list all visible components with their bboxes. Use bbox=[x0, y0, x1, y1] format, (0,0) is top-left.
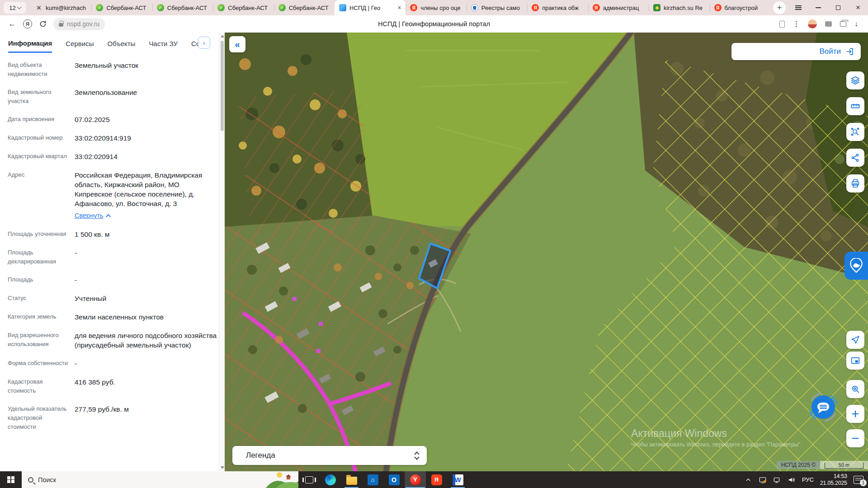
restore-icon bbox=[836, 5, 840, 10]
clock[interactable]: 14:53 21.05.2025 bbox=[820, 473, 847, 487]
start-button[interactable] bbox=[0, 471, 22, 488]
volume-icon[interactable] bbox=[788, 476, 796, 484]
browser-menu-button[interactable] bbox=[788, 0, 808, 15]
url-text: nspd.gov.ru bbox=[67, 20, 99, 28]
zoom-in-button[interactable] bbox=[846, 405, 864, 423]
browser-tab[interactable]: Сбербанк-АСТ bbox=[152, 0, 213, 15]
minus-icon bbox=[850, 433, 860, 443]
browser-tab[interactable]: kumi@kirzhach bbox=[31, 0, 91, 15]
field-row: АдресРоссийская Федерация, Владимирская … bbox=[8, 170, 217, 221]
browser-tab[interactable]: Сбербанк-АСТ bbox=[91, 0, 152, 15]
legend-expand-icon[interactable] bbox=[415, 452, 419, 459]
browser-tab[interactable]: Сбербанк-АСТ bbox=[274, 0, 335, 15]
browser-tab[interactable]: администрац bbox=[588, 0, 649, 15]
outlook-icon bbox=[389, 474, 400, 485]
store-taskbar-button[interactable] bbox=[362, 471, 383, 488]
new-tab-button[interactable]: + bbox=[773, 1, 786, 14]
field-label: Кадастровая стоимость bbox=[8, 377, 75, 395]
word-taskbar-button[interactable] bbox=[447, 471, 468, 488]
kebab-menu-icon[interactable]: ⋮ bbox=[793, 20, 800, 28]
print-button[interactable] bbox=[846, 174, 864, 192]
close-window-button[interactable]: × bbox=[848, 0, 868, 15]
yandex-browser-taskbar-button[interactable] bbox=[405, 471, 426, 488]
field-row: Площадь уточненная1 500 кв. м bbox=[8, 230, 217, 239]
field-row: Площадь декларированная- bbox=[8, 248, 217, 266]
tray-chevron-up-icon[interactable] bbox=[744, 476, 752, 484]
tab-label: kirzhach.su Re bbox=[664, 5, 705, 11]
coordinate-search-button[interactable] bbox=[846, 380, 864, 398]
screen-cast-icon[interactable] bbox=[759, 476, 767, 484]
object-search-button[interactable] bbox=[846, 123, 864, 141]
downloads-icon[interactable]: ↓ bbox=[854, 20, 858, 28]
locate-button[interactable] bbox=[846, 331, 864, 349]
field-value: Земли населенных пунктов bbox=[75, 312, 217, 322]
panel-scrollbar[interactable] bbox=[219, 33, 225, 471]
scale-bar: 50 m bbox=[825, 463, 863, 469]
bookmark-icon[interactable] bbox=[779, 21, 785, 28]
tabs-scroll-right-button[interactable]: › bbox=[198, 37, 210, 49]
notification-center-button[interactable]: 1 bbox=[854, 476, 863, 484]
browser-tab[interactable]: Реестры само bbox=[467, 0, 527, 15]
outlook-taskbar-button[interactable] bbox=[383, 471, 405, 488]
extension-icon[interactable] bbox=[825, 21, 832, 27]
address-bar[interactable]: nspd.gov.ru bbox=[53, 18, 105, 30]
tab-services[interactable]: Сервисы bbox=[66, 34, 94, 52]
tab-close-icon[interactable]: × bbox=[397, 5, 401, 11]
search-highlight-image[interactable] bbox=[266, 471, 298, 488]
tab-counter[interactable]: 12 bbox=[4, 2, 26, 14]
field-label: Вид земельного участка bbox=[8, 88, 75, 106]
zoom-out-button[interactable] bbox=[846, 429, 864, 447]
task-view-button[interactable] bbox=[298, 471, 320, 488]
field-list: Вид объекта недвижимостиЗемельный участо… bbox=[0, 53, 225, 466]
restore-button[interactable] bbox=[828, 0, 848, 15]
yandex-home-button[interactable]: Я bbox=[20, 19, 35, 28]
edge-taskbar-button[interactable] bbox=[320, 471, 341, 488]
chat-widget-button[interactable] bbox=[807, 391, 839, 423]
browser-tab[interactable]: Сбербанк-АСТ bbox=[213, 0, 274, 15]
tab-groups-icon[interactable] bbox=[840, 21, 846, 27]
coordinate-search-icon bbox=[850, 384, 860, 394]
yandex-taskbar-button[interactable] bbox=[426, 471, 447, 488]
browser-tab[interactable]: kirzhach.su Re bbox=[649, 0, 709, 15]
field-label: Площадь уточненная bbox=[8, 230, 75, 239]
collapse-panel-button[interactable]: « bbox=[229, 36, 245, 52]
browser-tab[interactable]: НСПД | Гео× bbox=[335, 0, 406, 15]
login-bar[interactable]: Войти bbox=[731, 43, 861, 60]
tab-information[interactable]: Информация bbox=[8, 33, 52, 53]
field-label: Кадастровый номер bbox=[8, 133, 75, 143]
field-row: Форма собственности- bbox=[8, 359, 217, 368]
browser-tab[interactable]: практика обж bbox=[527, 0, 588, 15]
tab-parcel-parts[interactable]: Части ЗУ bbox=[149, 34, 178, 52]
language-indicator[interactable]: РУС bbox=[802, 476, 814, 483]
nspd-logo-tab[interactable] bbox=[844, 252, 868, 280]
measure-button[interactable] bbox=[846, 97, 864, 115]
map-canvas[interactable] bbox=[225, 33, 868, 471]
share-button[interactable] bbox=[846, 149, 864, 167]
network-display-icon[interactable] bbox=[773, 476, 781, 484]
tab-label: администрац bbox=[603, 5, 644, 11]
explorer-taskbar-button[interactable] bbox=[341, 471, 362, 488]
scrollbar-thumb[interactable] bbox=[221, 41, 224, 131]
scroll-up-icon[interactable] bbox=[221, 35, 224, 38]
minimize-button[interactable] bbox=[808, 0, 828, 15]
taskbar-search[interactable]: Поиск bbox=[22, 471, 298, 488]
field-value: - bbox=[75, 359, 217, 368]
tab-objects[interactable]: Объекты bbox=[108, 34, 136, 52]
login-icon bbox=[845, 47, 854, 56]
task-view-icon bbox=[305, 476, 313, 483]
field-label: Форма собственности bbox=[8, 359, 75, 368]
minimap-button[interactable] bbox=[846, 352, 864, 370]
legend-bar[interactable]: Легенда bbox=[232, 446, 427, 465]
back-button[interactable]: ← bbox=[5, 19, 20, 28]
scroll-down-icon[interactable] bbox=[221, 466, 224, 469]
profile-avatar[interactable] bbox=[808, 19, 817, 28]
field-row: Удельный показатель кадастровой стоимост… bbox=[8, 404, 217, 432]
layers-button[interactable] bbox=[846, 71, 864, 89]
browser-tab[interactable]: благоустрой bbox=[710, 0, 770, 15]
collapse-address-link[interactable]: Свернуть bbox=[75, 211, 111, 221]
field-value: - bbox=[75, 248, 217, 266]
attribution-text: НСПД 2025 © bbox=[777, 461, 820, 469]
browser-tab[interactable]: члены сро оце bbox=[406, 0, 466, 15]
refresh-button[interactable] bbox=[35, 20, 51, 28]
map-attribution: НСПД 2025 © 50 m bbox=[777, 461, 868, 469]
